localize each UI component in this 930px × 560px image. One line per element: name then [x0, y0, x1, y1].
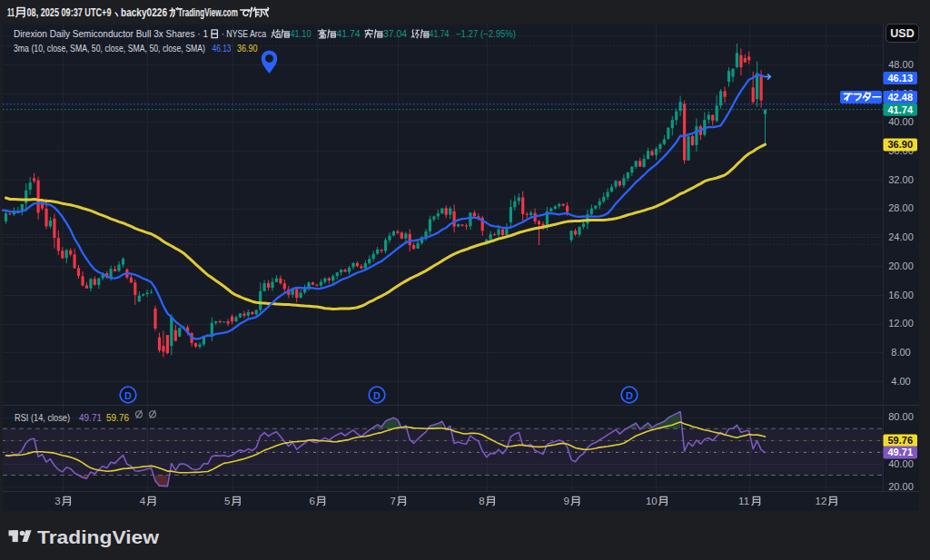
svg-text:backy0226: backy0226: [121, 6, 167, 19]
svg-text:49.71: 49.71: [887, 447, 913, 457]
svg-text:40.00: 40.00: [888, 458, 914, 469]
svg-text:59.76: 59.76: [106, 412, 129, 423]
svg-text:7: 7: [390, 496, 395, 506]
svg-text:TradingView: TradingView: [37, 527, 160, 547]
svg-text:10: 10: [646, 496, 658, 506]
svg-text:−1.27 (−2.95%): −1.27 (−2.95%): [456, 28, 516, 39]
svg-text:28.00: 28.00: [888, 202, 914, 213]
svg-text:24.00: 24.00: [888, 231, 914, 242]
svg-text:42.48: 42.48: [887, 92, 913, 103]
svg-text:11: 11: [7, 6, 15, 19]
svg-text:41.74: 41.74: [337, 28, 361, 39]
svg-text:36.90: 36.90: [237, 43, 258, 54]
svg-text:5: 5: [224, 496, 230, 506]
svg-text:16.00: 16.00: [888, 290, 914, 300]
svg-text:USD: USD: [890, 27, 914, 40]
svg-text:46.13: 46.13: [213, 43, 232, 54]
svg-text:D: D: [124, 390, 132, 401]
svg-text:20.00: 20.00: [888, 260, 914, 271]
svg-text:TradingView.com: TradingView.com: [178, 6, 238, 19]
svg-text:12.00: 12.00: [888, 318, 914, 329]
svg-text:36.90: 36.90: [887, 139, 913, 150]
svg-text:6: 6: [309, 496, 314, 506]
svg-text:48.00: 48.00: [888, 59, 914, 70]
svg-text:11: 11: [738, 496, 749, 506]
svg-text:4.00: 4.00: [891, 376, 910, 387]
svg-text:41.10: 41.10: [291, 28, 312, 39]
svg-text:46.13: 46.13: [887, 73, 913, 84]
svg-text:49.71: 49.71: [79, 412, 102, 423]
svg-text:9: 9: [564, 496, 569, 506]
svg-text:41.74: 41.74: [887, 104, 913, 115]
svg-text:12: 12: [816, 496, 827, 506]
svg-text:8: 8: [479, 496, 484, 506]
svg-text:D: D: [626, 390, 633, 401]
svg-text:3ma (10, close, SMA, 50, close: 3ma (10, close, SMA, 50, close, SMA, 50,…: [14, 43, 205, 54]
svg-text:32.00: 32.00: [888, 174, 914, 185]
svg-text:37.04: 37.04: [383, 28, 407, 39]
svg-text:Direxion Daily Semiconductor B: Direxion Daily Semiconductor Bull 3x Sha…: [14, 28, 208, 39]
svg-text:40.00: 40.00: [888, 116, 914, 127]
svg-text:41.74: 41.74: [430, 28, 450, 39]
svg-text:80.00: 80.00: [888, 411, 914, 422]
svg-text:8.00: 8.00: [891, 347, 910, 358]
svg-text:3: 3: [54, 496, 60, 506]
svg-text:4: 4: [140, 496, 146, 506]
svg-text:08, 2025 09:37 UTC+9: 08, 2025 09:37 UTC+9: [27, 6, 112, 19]
svg-text:RSI (14, close): RSI (14, close): [15, 412, 70, 423]
svg-text:D: D: [373, 390, 381, 401]
svg-text:59.76: 59.76: [887, 435, 913, 446]
svg-text:· NYSE Arca: · NYSE Arca: [222, 28, 267, 39]
svg-text:20.00: 20.00: [888, 481, 914, 492]
